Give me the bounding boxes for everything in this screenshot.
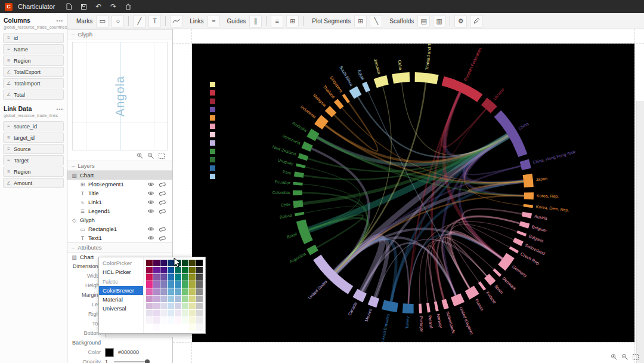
palette-swatch[interactable] — [160, 281, 167, 288]
palette-swatch[interactable] — [182, 303, 188, 309]
columns-menu-icon[interactable]: ••• — [57, 18, 63, 23]
palette-swatch[interactable] — [175, 274, 181, 281]
layer-row-rectangle1[interactable]: ▭Rectangle1 — [67, 224, 172, 233]
field-row-totalimport[interactable]: ∠TotalImport — [3, 78, 64, 88]
eraser-icon[interactable] — [159, 190, 166, 196]
palette-swatch[interactable] — [153, 274, 160, 281]
layer-row-link1[interactable]: ≈Link1 — [67, 198, 172, 207]
palette-swatch[interactable] — [196, 281, 203, 288]
country-arc[interactable] — [306, 245, 318, 256]
country-arc[interactable] — [349, 86, 361, 99]
palette-swatch[interactable] — [189, 324, 196, 331]
palette-swatch[interactable] — [175, 288, 181, 295]
palette-swatch[interactable] — [160, 296, 167, 302]
palette-swatch[interactable] — [146, 303, 153, 309]
colorpicker-option-universal[interactable]: Universal — [99, 304, 143, 313]
palette-swatch[interactable] — [168, 310, 174, 316]
legend-swatch[interactable] — [210, 115, 215, 121]
field-row-name[interactable]: ≡Name — [3, 44, 64, 54]
country-arc[interactable] — [520, 159, 531, 170]
undo-icon[interactable]: ↶ — [94, 2, 103, 11]
palette-swatch[interactable] — [196, 274, 203, 281]
palette-swatch[interactable] — [160, 260, 167, 266]
visibility-eye-icon[interactable] — [147, 199, 154, 205]
zoom-out-icon[interactable] — [147, 152, 154, 159]
palette-swatch[interactable] — [182, 317, 188, 324]
country-arc[interactable] — [426, 303, 431, 312]
layer-row-plotsegment1[interactable]: ⊞PlotSegment1 — [67, 180, 172, 189]
zoom-in-icon[interactable] — [136, 152, 144, 159]
visibility-eye-icon[interactable] — [147, 235, 154, 241]
legend-swatch[interactable] — [210, 124, 215, 129]
palette-swatch[interactable] — [182, 296, 188, 302]
palette-swatch[interactable] — [189, 296, 196, 302]
country-arc[interactable] — [523, 174, 534, 187]
guide-coordinator-icon[interactable]: ≡ — [271, 15, 283, 27]
country-arc[interactable] — [415, 72, 439, 84]
country-arc[interactable] — [434, 302, 439, 312]
palette-swatch[interactable] — [189, 303, 196, 309]
country-arc[interactable] — [478, 281, 486, 291]
visibility-eye-icon[interactable] — [147, 208, 154, 214]
glyph-collapse-icon[interactable]: – — [72, 31, 75, 38]
country-arc[interactable] — [465, 286, 479, 300]
palette-swatch[interactable] — [175, 267, 181, 273]
eraser-icon[interactable] — [159, 235, 166, 241]
country-arc[interactable] — [293, 182, 302, 186]
country-arc[interactable] — [382, 300, 398, 313]
palette-swatch[interactable] — [182, 260, 188, 266]
symbol-mark-icon[interactable]: ○ — [112, 15, 124, 27]
field-row-target_id[interactable]: ≡target_id — [3, 133, 64, 143]
legend-swatch[interactable] — [210, 174, 215, 179]
colorpicker-option-hcl-picker[interactable]: HCL Picker — [99, 267, 143, 276]
scaffold-vertical-icon[interactable]: ▥ — [433, 15, 445, 27]
palette-swatch[interactable] — [182, 288, 188, 295]
legend-swatch[interactable] — [210, 90, 215, 96]
country-arc[interactable] — [509, 247, 519, 254]
visibility-eye-icon[interactable] — [147, 182, 154, 187]
palette-swatch[interactable] — [153, 317, 160, 324]
palette-swatch[interactable] — [160, 303, 167, 309]
field-row-total[interactable]: ∠Total — [3, 90, 64, 100]
palette-swatch[interactable] — [189, 317, 196, 324]
visibility-eye-icon[interactable] — [147, 226, 154, 232]
field-row-source[interactable]: ≡Source — [3, 144, 64, 154]
layer-row-glyph[interactable]: ◇Glyph — [67, 216, 172, 224]
palette-swatch[interactable] — [182, 267, 188, 273]
palette-swatch[interactable] — [168, 296, 174, 302]
field-row-id[interactable]: ≡id — [3, 33, 64, 43]
palette-swatch[interactable] — [175, 324, 181, 331]
glyph-text-mark[interactable]: Angola — [113, 76, 127, 116]
field-row-source_id[interactable]: ≡source_id — [3, 121, 64, 131]
scaffold-horizontal-icon[interactable]: ▤ — [417, 15, 430, 27]
palette-swatch[interactable] — [160, 274, 167, 281]
palette-swatch[interactable] — [168, 288, 174, 295]
palette-swatch[interactable] — [189, 260, 196, 266]
country-arc[interactable] — [392, 72, 410, 84]
colorpicker-option-colorpicker[interactable]: ColorPicker — [99, 259, 143, 267]
region-plot-segment-icon[interactable]: ⊞ — [354, 15, 367, 27]
country-arc[interactable] — [513, 238, 524, 246]
links-icon[interactable]: ≈ — [208, 15, 220, 27]
palette-swatch[interactable] — [146, 324, 153, 331]
curve-mark-icon[interactable] — [170, 15, 182, 27]
country-arc[interactable] — [451, 293, 465, 306]
eraser-icon[interactable] — [159, 226, 166, 232]
palette-swatch[interactable] — [196, 303, 203, 309]
guide-grid-icon[interactable]: ⊞ — [286, 15, 299, 27]
palette-swatch[interactable] — [153, 296, 160, 302]
legend-swatch[interactable] — [210, 132, 215, 137]
country-arc[interactable] — [442, 76, 483, 102]
palette-swatch[interactable] — [175, 281, 181, 288]
country-arc[interactable] — [301, 141, 312, 152]
palette-swatch[interactable] — [160, 267, 167, 273]
country-arc[interactable] — [298, 153, 309, 161]
field-row-target[interactable]: ≡Target — [3, 155, 64, 165]
colorpicker-option-material[interactable]: Material — [99, 295, 143, 304]
rectangle-mark-icon[interactable]: ▭ — [96, 15, 109, 27]
guide-icon[interactable]: ∥ — [249, 15, 262, 27]
layer-row-title[interactable]: TTitle — [67, 189, 172, 198]
opacity-slider[interactable] — [114, 361, 148, 362]
palette-swatch[interactable] — [189, 288, 196, 295]
palette-swatch[interactable] — [160, 310, 167, 316]
